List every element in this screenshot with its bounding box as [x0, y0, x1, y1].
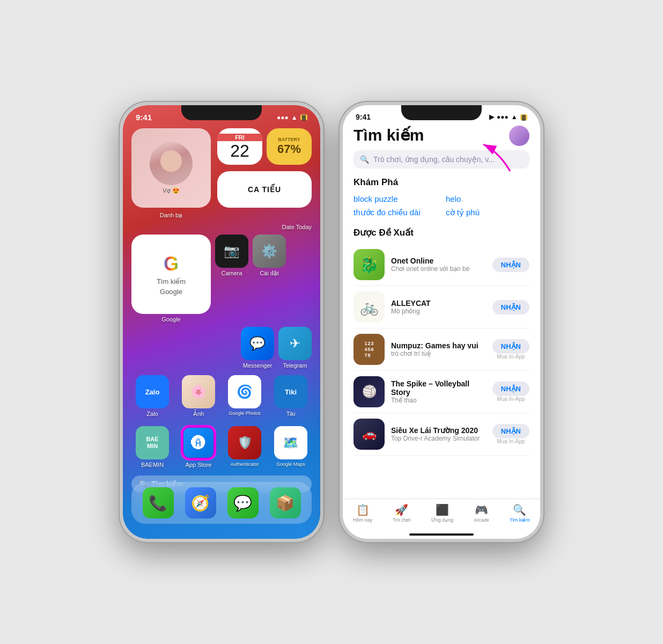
tab-arcade[interactable]: 🎮 Arcade: [474, 503, 489, 523]
spike-desc: Thể thao: [391, 397, 486, 404]
screen-1: 9:41 ●●● ▲ ▓ Vợ 😍: [123, 105, 320, 539]
sieuxe-get-btn[interactable]: NHẬN: [492, 424, 529, 438]
appstore2-icon: 📦: [270, 487, 301, 518]
messenger-app[interactable]: 💬 Messenger: [241, 327, 274, 369]
app-item-sieuxe: 🚗 Siêu Xe Lái Trường 2020 Top Drive-r Ac…: [353, 413, 529, 456]
contact-image: [150, 142, 193, 185]
contacts-widget-label: Danh bạ: [160, 212, 182, 218]
tab-homnaynay[interactable]: 📋 Hôm nay: [353, 503, 372, 523]
screen-2: 9:41 ▶ ●●● ▲ ▓ Tìm kiếm: [343, 105, 540, 539]
tab-trochoi[interactable]: 🚀 Trò chơi: [393, 503, 410, 523]
time-appstore: 9:41: [356, 113, 371, 121]
numpuz-name: Numpuz: Games hay vui: [391, 341, 486, 350]
location-icon: ▶: [489, 113, 494, 121]
settings-app[interactable]: ⚙️ Cài đặt: [253, 235, 286, 323]
spike-name: The Spike – Volleyball Story: [391, 379, 486, 397]
tiki-icon: Tiki: [274, 375, 307, 408]
zalo-icon: Zalo: [136, 375, 169, 408]
onet-name: Onet Online: [391, 257, 486, 265]
alleycat-desc: Mô phỏng: [391, 308, 486, 315]
app-item-alleycat: 🚲 ALLEYCAT Mô phỏng NHẬN: [353, 286, 529, 328]
tab-ungdung-label: Ứng dụng: [431, 517, 454, 523]
tag-helo[interactable]: helo: [446, 193, 529, 204]
google-text: Google: [160, 288, 182, 296]
tiki-app[interactable]: Tiki Tiki: [270, 375, 312, 418]
notch-1: [181, 105, 262, 120]
spike-info: The Spike – Volleyball Story Thể thao: [391, 379, 486, 404]
tab-timkiem[interactable]: 🔍 Tìm kiếm: [510, 503, 530, 523]
alleycat-icon-img: 🚲: [353, 291, 385, 323]
tab-timkiem-label: Tìm kiếm: [510, 517, 530, 523]
battery-widget[interactable]: BATTERY 67%: [267, 128, 312, 165]
messages-icon: 💬: [227, 487, 259, 518]
camera-label: Camera: [221, 270, 242, 276]
telegram-icon: ✈: [278, 327, 312, 360]
maps-app[interactable]: 🗺️ Google Maps: [270, 426, 312, 468]
day-label: FRI: [217, 134, 262, 141]
spike-icon-img: 🏐: [353, 376, 385, 407]
numpuz-get-btn[interactable]: NHẬN: [492, 339, 529, 354]
tab-ungdung[interactable]: ⬛ Ứng dụng: [431, 503, 454, 523]
zalo-app[interactable]: Zalo Zalo: [131, 375, 173, 418]
battery-label: BATTERY: [278, 137, 300, 142]
signal-icon: ●●●: [277, 114, 289, 121]
pink-arrow: [467, 136, 521, 174]
onet-get-btn[interactable]: NHẬN: [492, 258, 529, 272]
tab-homnay-icon: 📋: [356, 503, 370, 516]
search-icon-appstore: 🔍: [360, 155, 369, 164]
contacts-widget[interactable]: Vợ 😍 Danh bạ: [131, 128, 211, 219]
appstore-label: App Store: [186, 462, 212, 468]
date-widget[interactable]: FRI 22: [217, 128, 262, 165]
app-store-screen: 9:41 ▶ ●●● ▲ ▓ Tìm kiếm: [343, 105, 540, 539]
telegram-label: Telegram: [283, 362, 307, 369]
dock: 📞 🧭 💬 📦: [131, 482, 312, 524]
dock-appstore2[interactable]: 📦: [270, 487, 301, 518]
spike-sub: Mua In-App: [497, 396, 525, 402]
maps-icon: 🗺️: [274, 426, 307, 459]
alleycat-get-btn[interactable]: NHẬN: [492, 300, 529, 314]
contact-avatar: [150, 142, 193, 185]
appstore-app[interactable]: 🅐 App Store: [178, 426, 219, 468]
tab-arcade-label: Arcade: [474, 517, 489, 523]
wifi-icon: ▲: [291, 114, 298, 121]
gphotos-app[interactable]: 🌀 Google Photos: [224, 375, 266, 418]
kham-pha-tags: block puzzle helo thước đo chiều dài cờ …: [353, 193, 529, 218]
contact-emoji: Vợ 😍: [163, 187, 179, 194]
home-screen: 9:41 ●●● ▲ ▓ Vợ 😍: [123, 105, 320, 539]
time-home: 9:41: [136, 113, 152, 122]
google-widget[interactable]: G Tìm kiếm Google Google: [131, 235, 211, 323]
app-item-spike: 🏐 The Spike – Volleyball Story Thể thao …: [353, 371, 529, 413]
numpuz-sub: Mua In-App: [497, 354, 525, 360]
photos-app[interactable]: 🌸 Ảnh: [178, 375, 219, 418]
sieuxe-sub: Mua In-App: [497, 438, 525, 444]
music-widget[interactable]: CA TIẾU: [217, 171, 312, 208]
status-icons-appstore: ▶ ●●● ▲ ▓: [489, 113, 527, 121]
google-logo: G: [164, 253, 179, 275]
tag-thuoc-do[interactable]: thước đo chiều dài: [353, 207, 437, 218]
sieuxe-app-icon: 🚗: [353, 419, 385, 450]
date-widget-label: Date Today: [282, 224, 312, 230]
baemin-app[interactable]: BAEMIN BAEMIN: [131, 426, 173, 468]
baemin-icon: BAEMIN: [136, 426, 169, 459]
phone-2: 9:41 ▶ ●●● ▲ ▓ Tìm kiếm: [340, 102, 543, 542]
dock-safari[interactable]: 🧭: [185, 487, 216, 518]
camera-app[interactable]: 📷 Camera: [215, 235, 248, 323]
safari-icon: 🧭: [185, 487, 216, 518]
tag-co-ty-phu[interactable]: cờ tỷ phú: [446, 207, 529, 218]
app-row-3: Zalo Zalo 🌸 Ảnh 🌀 Google Photos: [123, 371, 320, 422]
tab-bar: 📋 Hôm nay 🚀 Trò chơi ⬛ Ứng dụng 🎮 Arcade…: [343, 499, 540, 531]
dock-messages[interactable]: 💬: [227, 487, 259, 518]
phone-icon: 📞: [143, 487, 174, 518]
authenticator-icon: 🛡️: [228, 426, 261, 459]
authenticator-app[interactable]: 🛡️ Authenticator: [224, 426, 266, 468]
telegram-app[interactable]: ✈ Telegram: [278, 327, 312, 369]
sieuxe-name: Siêu Xe Lái Trường 2020: [391, 426, 486, 435]
onet-desc: Chơi onet online với bạn bè: [391, 265, 486, 273]
appstore-content: Tìm kiếm 🔍 Trò: [343, 123, 540, 499]
phone-1: 9:41 ●●● ▲ ▓ Vợ 😍: [120, 102, 323, 542]
tab-homnay-label: Hôm nay: [353, 517, 372, 523]
dock-phone[interactable]: 📞: [143, 487, 174, 518]
tag-block-puzzle[interactable]: block puzzle: [353, 193, 437, 204]
spike-get-btn[interactable]: NHẬN: [492, 382, 529, 396]
tab-trochoi-icon: 🚀: [395, 503, 408, 516]
